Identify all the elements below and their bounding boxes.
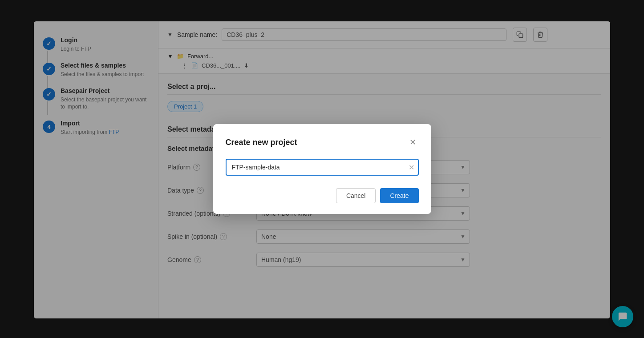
- modal-close-button[interactable]: ✕: [407, 137, 419, 148]
- cancel-button[interactable]: Cancel: [336, 188, 376, 203]
- clear-input-button[interactable]: ✕: [409, 163, 414, 172]
- modal-title: Create new project: [226, 138, 297, 147]
- modal-overlay: Create new project ✕ ✕ Cancel Create: [0, 0, 644, 338]
- create-project-modal: Create new project ✕ ✕ Cancel Create: [213, 124, 431, 214]
- modal-footer: Cancel Create: [226, 188, 419, 203]
- create-button[interactable]: Create: [380, 188, 418, 203]
- project-name-input[interactable]: [226, 159, 419, 176]
- modal-header: Create new project ✕: [226, 137, 419, 148]
- modal-input-wrapper: ✕: [226, 159, 419, 176]
